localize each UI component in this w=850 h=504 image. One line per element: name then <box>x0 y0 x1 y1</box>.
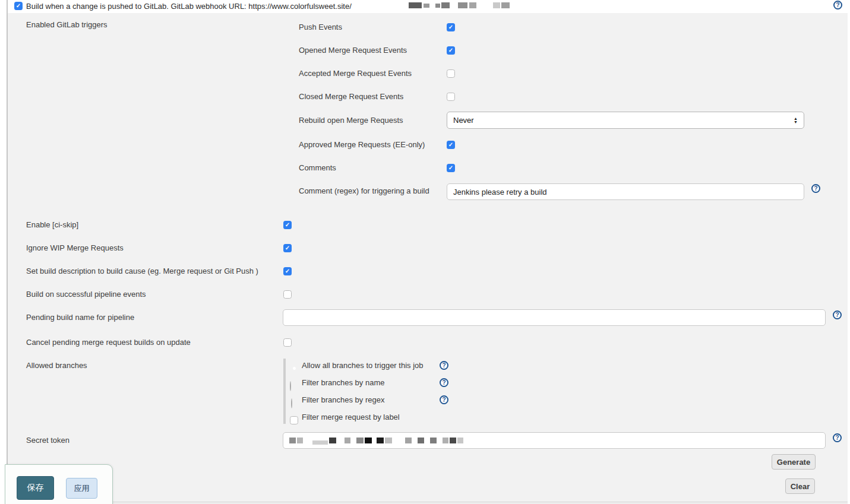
rebuild-open-mr-label: Rebuild open Merge Requests <box>299 116 403 125</box>
pending-build-input[interactable] <box>283 309 826 326</box>
filter-branches-name-label: Filter branches by name <box>302 378 384 388</box>
trigger-title-label: Build when a change is pushed to GitLab.… <box>26 2 352 11</box>
ignore-wip-checkbox[interactable]: ✓ <box>283 244 292 252</box>
trigger-config-panel <box>8 13 848 502</box>
allowed-branches-label: Allowed branches <box>26 361 87 370</box>
comments-checkbox[interactable]: ✓ <box>447 164 455 172</box>
gitlab-trigger-config-page: ✓ Build when a change is pushed to GitLa… <box>0 0 850 504</box>
cancel-pending-checkbox[interactable] <box>283 338 292 347</box>
pending-build-label: Pending build name for pipeline <box>26 313 134 322</box>
apply-button[interactable]: 应用 <box>66 478 97 499</box>
generate-button[interactable]: Generate <box>772 454 816 470</box>
allow-all-branches-help-icon[interactable]: ? <box>440 361 448 370</box>
accepted-mr-events-checkbox[interactable] <box>447 69 455 78</box>
closed-mr-events-label: Closed Merge Request Events <box>299 92 403 102</box>
opened-mr-events-checkbox[interactable]: ✓ <box>447 46 455 55</box>
ignore-wip-label: Ignore WIP Merge Requests <box>26 243 124 253</box>
redacted-secret-token <box>289 437 463 445</box>
filter-branches-name-radio[interactable] <box>290 381 291 391</box>
rebuild-open-mr-select[interactable]: Never ▲▼ <box>447 112 804 129</box>
filter-mr-label-checkbox[interactable] <box>290 416 298 424</box>
secret-token-label: Secret token <box>26 436 69 445</box>
build-description-label: Set build description to build cause (eg… <box>26 267 258 276</box>
closed-mr-events-checkbox[interactable] <box>447 93 455 101</box>
allow-all-branches-label: Allow all branches to trigger this job <box>302 361 424 370</box>
help-icon[interactable]: ? <box>833 1 842 9</box>
opened-mr-events-label: Opened Merge Request Events <box>299 46 407 55</box>
push-events-label: Push Events <box>299 23 342 32</box>
approved-mr-checkbox[interactable]: ✓ <box>447 141 455 149</box>
pending-build-help-icon[interactable]: ? <box>833 310 842 319</box>
filter-branches-name-help-icon[interactable]: ? <box>440 378 448 387</box>
comment-regex-label: Comment (regex) for triggering a build <box>299 186 429 196</box>
radio-group-indent-bar <box>283 359 286 424</box>
filter-branches-regex-label: Filter branches by regex <box>302 395 384 405</box>
select-stepper-icon: ▲▼ <box>794 117 798 124</box>
clear-button[interactable]: Clear <box>785 478 815 494</box>
filter-mr-label-label: Filter merge request by label <box>302 413 400 422</box>
rebuild-open-mr-selected-value: Never <box>453 116 474 125</box>
build-when-pushed-checkbox[interactable]: ✓ <box>14 2 23 10</box>
redacted-webhook-path <box>409 2 510 8</box>
save-button[interactable]: 保存 <box>17 476 54 500</box>
accepted-mr-events-label: Accepted Merge Request Events <box>299 69 412 78</box>
comment-regex-help-icon[interactable]: ? <box>811 184 820 193</box>
approved-mr-label: Approved Merge Requests (EE-only) <box>299 140 425 150</box>
comments-label: Comments <box>299 163 336 173</box>
ci-skip-label: Enable [ci-skip] <box>26 220 78 230</box>
secret-token-input[interactable] <box>283 432 826 449</box>
filter-branches-regex-radio[interactable] <box>291 398 292 408</box>
pipeline-events-checkbox[interactable] <box>283 290 292 299</box>
pipeline-events-label: Build on successful pipeline events <box>26 290 146 299</box>
secret-token-help-icon[interactable]: ? <box>833 433 842 442</box>
comment-regex-input[interactable] <box>447 183 804 200</box>
filter-branches-regex-help-icon[interactable]: ? <box>440 395 448 404</box>
build-description-checkbox[interactable]: ✓ <box>283 267 292 275</box>
cancel-pending-label: Cancel pending merge request builds on u… <box>26 338 191 347</box>
ci-skip-checkbox[interactable]: ✓ <box>283 221 292 229</box>
enabled-triggers-label: Enabled GitLab triggers <box>26 20 108 30</box>
push-events-checkbox[interactable]: ✓ <box>447 23 455 31</box>
